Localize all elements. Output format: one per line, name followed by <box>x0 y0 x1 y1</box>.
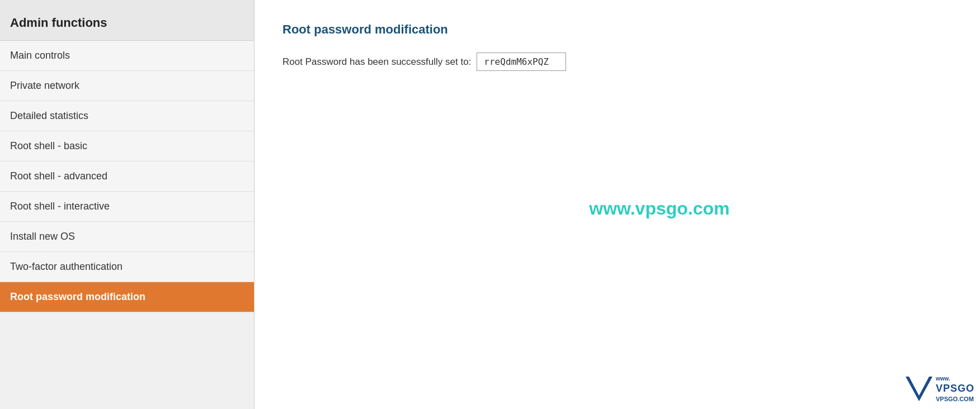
sidebar-item-root-shell-basic[interactable]: Root shell - basic <box>0 131 254 161</box>
success-message: Root Password has been successfully set … <box>282 53 952 71</box>
main-content: Root password modification Root Password… <box>255 0 980 409</box>
sidebar-title: Admin functions <box>10 16 244 30</box>
sidebar-item-two-factor-auth[interactable]: Two-factor authentication <box>0 252 254 282</box>
sidebar-item-install-new-os[interactable]: Install new OS <box>0 222 254 252</box>
svg-marker-0 <box>906 377 932 401</box>
vpsgo-logo-icon <box>904 374 934 403</box>
page-title: Root password modification <box>282 22 952 37</box>
sidebar-item-main-controls[interactable]: Main controls <box>0 41 254 71</box>
sidebar-item-root-shell-advanced[interactable]: Root shell - advanced <box>0 161 254 192</box>
logo-top: www. <box>936 375 974 382</box>
sidebar-nav: Main controls Private network Detailed s… <box>0 41 254 409</box>
sidebar-item-detailed-statistics[interactable]: Detailed statistics <box>0 101 254 131</box>
sidebar-item-root-password-modification[interactable]: Root password modification <box>0 282 254 312</box>
password-display: rreQdmM6xPQZ <box>477 53 566 71</box>
success-text: Root Password has been successfully set … <box>282 56 471 68</box>
logo-svg <box>904 374 934 403</box>
logo-domain: VPSGO.COM <box>936 395 974 403</box>
sidebar-item-root-shell-interactive[interactable]: Root shell - interactive <box>0 192 254 222</box>
sidebar-item-private-network[interactable]: Private network <box>0 71 254 101</box>
logo-area: www. VPSGO VPSGO.COM <box>904 374 974 403</box>
watermark: www.vpsgo.com <box>589 198 729 219</box>
sidebar-header: Admin functions <box>0 0 254 41</box>
logo-brand: VPSGO <box>936 382 974 395</box>
logo-text: www. VPSGO VPSGO.COM <box>936 375 974 403</box>
sidebar: Admin functions Main controls Private ne… <box>0 0 255 409</box>
